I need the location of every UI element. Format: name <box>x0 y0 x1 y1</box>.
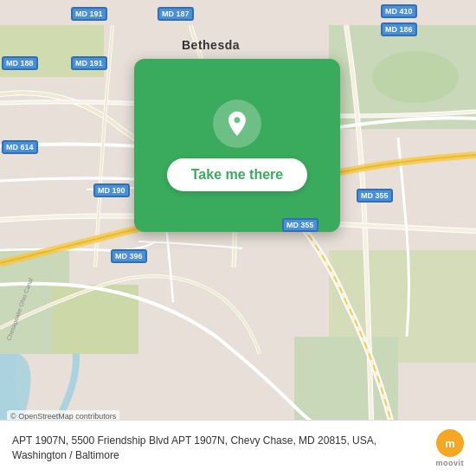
road-badge-md187: MD 187 <box>158 7 194 21</box>
road-badge-md355-a: MD 355 <box>282 218 318 232</box>
address-text: APT 1907N, 5500 Friendship Blvd APT 1907… <box>12 434 427 463</box>
road-badge-md355-b: MD 355 <box>357 189 393 203</box>
bottom-bar: APT 1907N, 5500 Friendship Blvd APT 1907… <box>0 420 476 476</box>
map-container: Chesapeake Ohio Canal Bethesda Take me t… <box>0 0 476 476</box>
moovit-label-text: moovit <box>435 459 464 467</box>
location-card: Take me there <box>134 59 340 232</box>
city-label: Bethesda <box>182 38 240 52</box>
moovit-logo: m moovit <box>435 429 464 467</box>
moovit-icon: m <box>436 429 464 457</box>
road-badge-md186: MD 186 <box>381 23 417 36</box>
road-badge-md191-top: MD 191 <box>71 7 107 21</box>
road-badge-md410: MD 410 <box>381 4 417 18</box>
location-pin-icon <box>213 100 261 148</box>
road-badge-md191-mid: MD 191 <box>71 56 107 70</box>
take-me-there-button[interactable]: Take me there <box>167 158 307 191</box>
svg-point-5 <box>372 51 459 103</box>
road-badge-md190: MD 190 <box>93 183 130 197</box>
road-badge-md614: MD 614 <box>2 140 38 154</box>
road-badge-md396: MD 396 <box>111 249 147 263</box>
road-badge-md188: MD 188 <box>2 56 38 70</box>
svg-text:m: m <box>445 437 455 450</box>
